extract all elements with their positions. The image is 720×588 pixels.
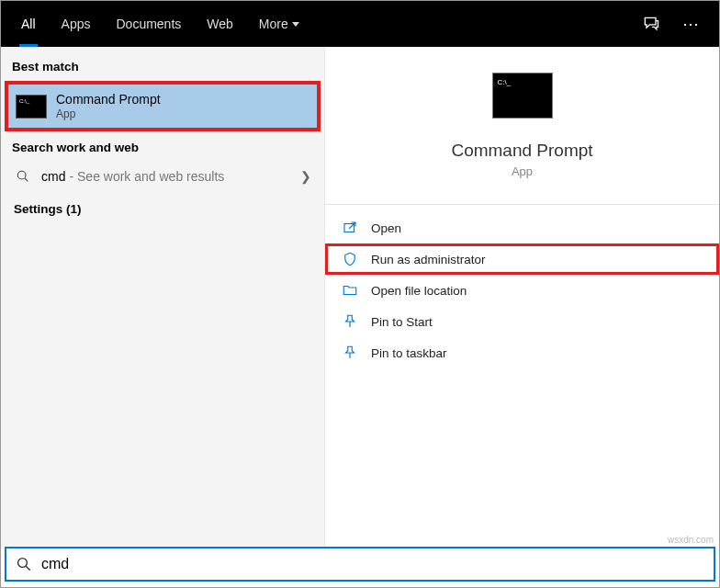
top-tab-bar: All Apps Documents Web More ⋯ xyxy=(1,1,719,47)
best-match-label: Best match xyxy=(1,52,324,79)
action-pin-to-start[interactable]: Pin to Start xyxy=(325,306,719,337)
web-search-hint: - See work and web results xyxy=(69,169,224,184)
action-pin-to-taskbar[interactable]: Pin to taskbar xyxy=(325,337,719,368)
action-run-admin-label: Run as administrator xyxy=(371,253,486,266)
search-input[interactable] xyxy=(41,556,704,572)
tab-more-label: More xyxy=(259,17,288,31)
action-run-as-administrator[interactable]: Run as administrator xyxy=(325,243,719,275)
feedback-icon[interactable] xyxy=(642,15,660,33)
search-icon xyxy=(16,169,30,184)
tab-documents[interactable]: Documents xyxy=(103,1,194,47)
action-open[interactable]: Open xyxy=(325,212,719,243)
best-match-result[interactable]: C:\_ Command Prompt App xyxy=(5,81,321,131)
results-panel: Best match C:\_ Command Prompt App Searc… xyxy=(1,47,325,547)
chevron-down-icon xyxy=(292,22,299,27)
action-pin-start-label: Pin to Start xyxy=(371,315,433,329)
pin-icon xyxy=(342,313,358,330)
preview-subtitle: App xyxy=(512,164,533,178)
action-open-file-location[interactable]: Open file location xyxy=(325,275,719,306)
folder-icon xyxy=(342,282,358,299)
preview-panel: C:\_ Command Prompt App Open Run as admi… xyxy=(325,47,719,547)
search-filter-tabs: All Apps Documents Web More xyxy=(8,1,312,47)
search-bar[interactable] xyxy=(5,547,715,582)
settings-results[interactable]: Settings (1) xyxy=(1,193,324,225)
pin-icon xyxy=(342,345,358,361)
best-match-subtitle: App xyxy=(56,107,161,120)
tab-all[interactable]: All xyxy=(8,1,49,47)
svg-line-1 xyxy=(25,178,28,181)
svg-point-0 xyxy=(17,171,26,179)
command-prompt-icon: C:\_ xyxy=(16,95,47,119)
action-open-label: Open xyxy=(371,221,401,235)
search-icon xyxy=(16,556,32,572)
tab-apps[interactable]: Apps xyxy=(49,1,104,47)
open-icon xyxy=(342,220,358,236)
tab-web[interactable]: Web xyxy=(194,1,246,47)
tab-more[interactable]: More xyxy=(246,1,312,47)
best-match-title: Command Prompt xyxy=(56,92,161,107)
preview-title: Command Prompt xyxy=(451,141,592,161)
shield-icon xyxy=(342,251,358,267)
action-pin-taskbar-label: Pin to taskbar xyxy=(371,346,447,360)
svg-point-3 xyxy=(18,559,28,568)
search-work-web-label: Search work and web xyxy=(1,133,324,160)
svg-line-4 xyxy=(26,566,30,571)
web-search-term: cmd xyxy=(41,169,65,184)
action-open-loc-label: Open file location xyxy=(371,284,467,298)
web-search-result[interactable]: cmd - See work and web results ❯ xyxy=(1,160,324,193)
more-options-icon[interactable]: ⋯ xyxy=(677,16,704,32)
chevron-right-icon: ❯ xyxy=(300,169,311,184)
command-prompt-icon: C:\_ xyxy=(492,73,553,119)
watermark: wsxdn.com xyxy=(668,535,714,545)
